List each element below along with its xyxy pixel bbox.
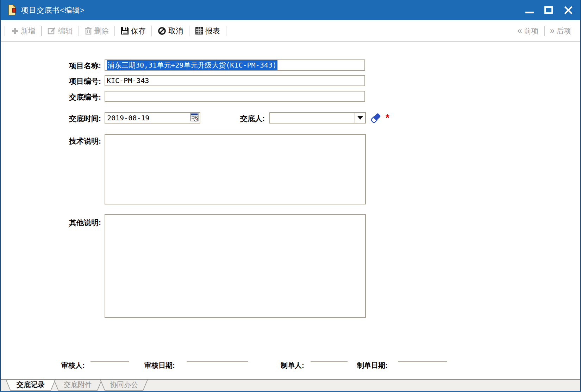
report-button-label: 报表 [205, 26, 220, 36]
app-window: 项目交底书<编辑> 新增 编辑 [0, 0, 581, 392]
reviewer-label: 审核人: [61, 361, 85, 370]
eraser-icon[interactable] [370, 112, 382, 125]
save-button-label: 保存 [131, 26, 146, 36]
bottom-tabstrip: 交底记录 交底附件 协同办公 [1, 379, 580, 391]
create-date-line [398, 353, 447, 362]
toolbar-separator [544, 26, 545, 36]
disclosure-code-label: 交底编号: [1, 91, 101, 102]
review-date-label: 审核日期: [144, 361, 175, 370]
toolbar-separator [114, 26, 115, 36]
document-icon [7, 5, 17, 15]
tech-note-label: 技术说明: [1, 135, 101, 146]
chevron-left-icon: « [517, 26, 522, 35]
report-button[interactable]: 报表 [190, 26, 225, 36]
previous-item-button[interactable]: « 前项 [513, 26, 543, 36]
review-date-line [187, 353, 248, 362]
previous-item-label: 前项 [524, 26, 539, 36]
edit-button-label: 编辑 [58, 26, 73, 36]
cancel-button[interactable]: 取消 [153, 26, 188, 36]
toolbar-separator [79, 26, 79, 36]
maximize-icon[interactable] [544, 6, 553, 14]
tab-disclosure-record[interactable]: 交底记录 [6, 380, 56, 391]
cancel-button-label: 取消 [168, 26, 183, 36]
project-code-input[interactable] [105, 75, 365, 86]
delete-button-label: 删除 [94, 26, 109, 36]
tab-disclosure-attachment-label: 交底附件 [54, 380, 102, 390]
delete-button[interactable]: 删除 [80, 26, 113, 36]
chevron-right-icon: » [550, 26, 555, 35]
minimize-icon[interactable] [525, 12, 534, 13]
cancel-icon [158, 27, 166, 35]
disclosure-person-select[interactable] [269, 112, 366, 124]
toolbar-separator [226, 26, 226, 36]
required-asterisk: * [386, 112, 389, 124]
create-date-label: 制单日期: [357, 361, 388, 370]
add-button[interactable]: 新增 [6, 26, 40, 36]
disclosure-date-label: 交底时间: [1, 113, 101, 124]
toolbar-separator [5, 26, 5, 36]
other-note-textarea[interactable] [105, 214, 366, 318]
form-area: 项目名称: 浦东三期30,31单元+29单元升级大货(KIC-PM-343) 项… [1, 42, 580, 379]
toolbar: 新增 编辑 删除 [1, 20, 580, 42]
other-note-label: 其他说明: [1, 217, 101, 228]
add-button-label: 新增 [21, 26, 36, 36]
save-icon [121, 27, 129, 35]
report-icon [195, 27, 203, 35]
titlebar: 项目交底书<编辑> [1, 0, 580, 20]
next-item-button[interactable]: » 后项 [546, 26, 575, 36]
toolbar-separator [41, 26, 42, 36]
reviewer-line [90, 353, 129, 362]
tab-collaboration-label: 协同办公 [100, 380, 148, 390]
disclosure-person-label: 交底人: [163, 113, 265, 124]
project-name-input[interactable]: 浦东三期30,31单元+29单元升级大货(KIC-PM-343) [105, 59, 365, 71]
dropdown-button[interactable] [355, 113, 365, 123]
project-name-selected-text: 浦东三期30,31单元+29单元升级大货(KIC-PM-343) [107, 60, 277, 71]
plus-icon [11, 27, 19, 35]
edit-icon [48, 27, 56, 35]
disclosure-person-value [270, 113, 355, 123]
next-item-label: 后项 [556, 26, 571, 36]
creator-line [311, 353, 348, 362]
project-name-label: 项目名称: [1, 60, 101, 71]
edit-button[interactable]: 编辑 [43, 26, 77, 36]
disclosure-code-input[interactable] [105, 91, 365, 102]
tab-disclosure-record-label: 交底记录 [6, 380, 56, 390]
save-button[interactable]: 保存 [116, 26, 150, 36]
window-title: 项目交底书<编辑> [21, 5, 85, 15]
tab-collaboration[interactable]: 协同办公 [100, 380, 148, 391]
tech-note-textarea[interactable] [105, 134, 366, 204]
creator-label: 制单人: [281, 361, 304, 370]
toolbar-separator [189, 26, 189, 36]
toolbar-separator [151, 26, 152, 36]
project-code-label: 项目编号: [1, 76, 101, 87]
trash-icon [85, 27, 92, 35]
tab-disclosure-attachment[interactable]: 交底附件 [54, 380, 102, 391]
close-icon[interactable] [563, 5, 573, 15]
chevron-down-icon [357, 116, 363, 120]
